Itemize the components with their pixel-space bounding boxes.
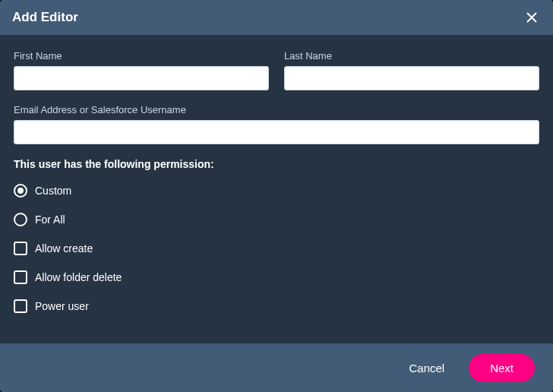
permission-option-label: Custom xyxy=(35,185,71,197)
close-button[interactable] xyxy=(523,8,541,27)
permission-option-allow-folder-delete[interactable]: Allow folder delete xyxy=(14,270,539,284)
permission-option-custom[interactable]: Custom xyxy=(14,184,539,198)
next-button[interactable]: Next xyxy=(469,354,535,382)
checkbox-icon xyxy=(14,299,27,313)
dialog-header: Add Editor xyxy=(0,0,553,35)
permissions-heading: This user has the following permission: xyxy=(14,158,539,170)
first-name-label: First Name xyxy=(14,50,269,62)
permission-option-allow-create[interactable]: Allow create xyxy=(14,242,539,255)
first-name-input[interactable] xyxy=(14,66,269,90)
last-name-input[interactable] xyxy=(284,66,539,90)
add-editor-dialog: Add Editor First Name Last Name Email Ad… xyxy=(0,0,553,392)
permission-option-label: Allow create xyxy=(35,242,93,254)
first-name-field-group: First Name xyxy=(14,50,269,90)
radio-icon xyxy=(14,213,27,226)
dialog-title: Add Editor xyxy=(12,10,78,25)
radio-icon xyxy=(14,184,27,198)
permission-option-label: For All xyxy=(35,213,65,226)
email-label: Email Address or Salesforce Username xyxy=(14,104,539,115)
last-name-field-group: Last Name xyxy=(284,50,539,90)
permission-option-label: Allow folder delete xyxy=(35,271,122,283)
email-input[interactable] xyxy=(14,120,539,144)
permission-option-label: Power user xyxy=(35,300,89,312)
dialog-footer: Cancel Next xyxy=(0,343,553,392)
dialog-body: First Name Last Name Email Address or Sa… xyxy=(0,35,553,343)
email-field-group: Email Address or Salesforce Username xyxy=(14,104,539,144)
last-name-label: Last Name xyxy=(284,50,539,62)
permission-option-power-user[interactable]: Power user xyxy=(14,299,539,313)
cancel-button[interactable]: Cancel xyxy=(403,359,450,378)
close-icon xyxy=(526,12,537,23)
checkbox-icon xyxy=(14,242,27,255)
checkbox-icon xyxy=(14,270,27,284)
permission-option-for-all[interactable]: For All xyxy=(14,213,539,226)
